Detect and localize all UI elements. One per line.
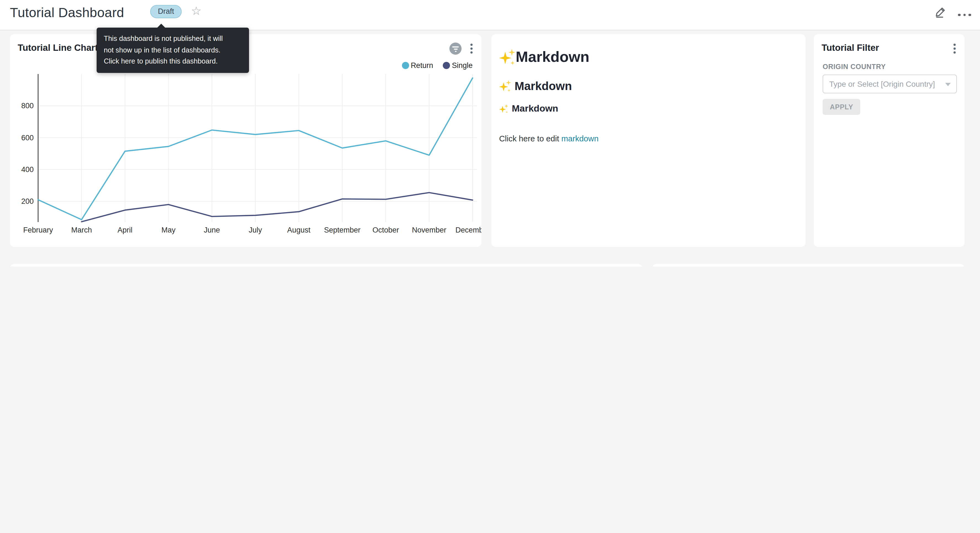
svg-text:400: 400	[21, 166, 34, 174]
filter-card: Tutorial Filter ORIGIN COUNTRY Type or S…	[814, 34, 964, 247]
origin-country-label: ORIGIN COUNTRY	[822, 63, 886, 71]
publish-tooltip: This dashboard is not published, it will…	[97, 28, 249, 73]
legend-label: Single	[452, 61, 473, 70]
svg-text:July: July	[249, 226, 262, 234]
svg-text:November: November	[412, 226, 446, 234]
select-placeholder: Type or Select [Origin Country]	[823, 80, 943, 88]
dashboard-header: Tutorial Dashboard Draft ☆	[0, 0, 980, 30]
svg-text:May: May	[161, 226, 176, 234]
legend-dot-icon	[402, 62, 409, 69]
svg-text:August: August	[287, 226, 310, 234]
tooltip-line: This dashboard is not published, it will	[104, 33, 242, 45]
svg-text:February: February	[23, 226, 53, 234]
svg-text:October: October	[372, 226, 399, 234]
filter-card-title: Tutorial Filter	[821, 43, 879, 53]
pivot-chart-card: Tutorial Pivot Chart SUM(Cost)Department…	[10, 264, 643, 266]
legend-item[interactable]: Single	[443, 61, 473, 70]
legend-item[interactable]: Return	[402, 61, 433, 70]
chart-menu-kebab-icon[interactable]	[469, 43, 474, 55]
edit-pencil-icon[interactable]	[935, 6, 947, 20]
markdown-paragraph: Click here to edit markdown	[499, 134, 798, 143]
dashboard-page: Tutorial Dashboard Draft ☆ This dashboar…	[0, 0, 980, 266]
svg-text:600: 600	[21, 134, 34, 142]
markdown-h1: Markdown	[499, 49, 798, 66]
chevron-down-icon	[945, 83, 951, 86]
chart-legend: ReturnSingle	[402, 61, 473, 70]
svg-text:March: March	[71, 226, 92, 234]
cross-filter-indicator-icon[interactable]	[449, 43, 461, 55]
more-options-icon[interactable]	[958, 9, 971, 16]
markdown-card: Markdown Markdown Markdown Click here to…	[492, 34, 805, 247]
svg-text:June: June	[204, 226, 220, 234]
markdown-h2: Markdown	[499, 80, 798, 93]
draft-badge[interactable]: Draft	[150, 5, 182, 18]
table-card: Tutorial Table Travel ClassCOUNT(*)SUM(C…	[652, 264, 964, 266]
legend-dot-icon	[443, 62, 450, 69]
svg-text:200: 200	[21, 197, 34, 206]
svg-text:800: 800	[21, 102, 34, 110]
svg-text:September: September	[324, 226, 361, 234]
svg-text:December: December	[455, 226, 482, 234]
sparkles-icon	[499, 104, 509, 113]
edit-markdown-link[interactable]: markdown	[562, 134, 599, 143]
sparkles-icon	[499, 49, 515, 65]
line-chart-title: Tutorial Line Chart	[18, 43, 98, 53]
favorite-star-icon[interactable]: ☆	[191, 5, 202, 18]
apply-button[interactable]: APPLY	[822, 99, 861, 115]
svg-text:April: April	[118, 226, 132, 234]
tooltip-line: Click here to publish this dashboard.	[104, 56, 242, 67]
origin-country-select[interactable]: Type or Select [Origin Country]	[822, 75, 957, 93]
markdown-h3: Markdown	[499, 103, 798, 114]
sparkles-icon	[499, 80, 511, 92]
tooltip-line: not show up in the list of dashboards.	[104, 45, 242, 56]
page-title: Tutorial Dashboard	[10, 5, 124, 21]
legend-label: Return	[411, 61, 433, 70]
chart-menu-kebab-icon[interactable]	[952, 43, 957, 55]
